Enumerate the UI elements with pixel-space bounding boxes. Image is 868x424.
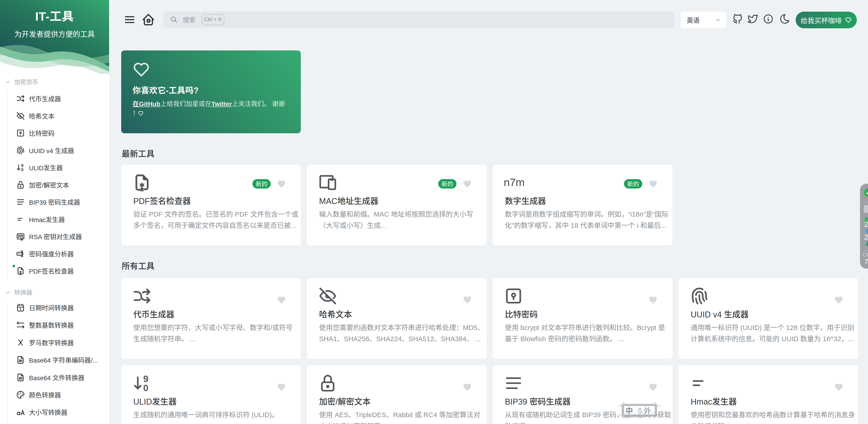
svg-text:中: 中 bbox=[625, 407, 633, 415]
svg-text:外: 外 bbox=[644, 407, 651, 415]
svg-text:0: 0 bbox=[21, 167, 24, 172]
svg-text:9: 9 bbox=[143, 373, 148, 384]
svg-text:ろ: ろ bbox=[637, 407, 643, 415]
svg-text:0: 0 bbox=[143, 383, 148, 393]
